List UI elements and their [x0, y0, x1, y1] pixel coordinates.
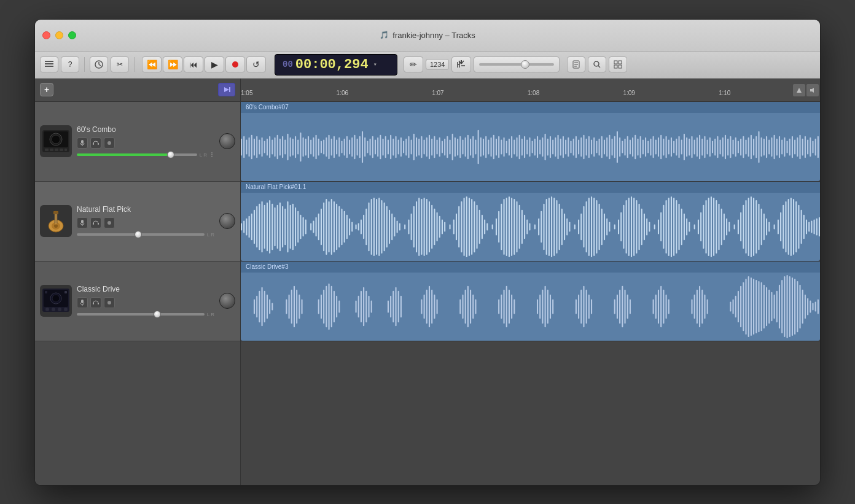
master-volume-slider[interactable]: [474, 56, 560, 72]
track-row-1[interactable]: 60's Combo: [35, 102, 240, 182]
track-2-headphone-btn[interactable]: [90, 217, 101, 228]
track-1-slider[interactable]: [77, 153, 197, 156]
track-1-headphone-btn[interactable]: [90, 138, 101, 149]
audio-clip-3[interactable]: Classic Drive#3: [241, 262, 820, 341]
svg-rect-263: [727, 138, 728, 155]
svg-rect-200: [565, 139, 566, 154]
audio-clip-1[interactable]: 60's Combo#07: [241, 102, 820, 181]
svg-rect-613: [761, 282, 762, 330]
svg-rect-162: [467, 134, 469, 159]
svg-rect-464: [700, 212, 701, 241]
close-button[interactable]: [42, 31, 50, 39]
waveform-1-svg: [241, 113, 820, 181]
svg-rect-210: [591, 139, 592, 154]
svg-rect-196: [555, 137, 556, 157]
track-2-mic-btn[interactable]: [77, 217, 88, 228]
browser-button[interactable]: [609, 56, 627, 72]
svg-rect-211: [593, 137, 595, 157]
track-3-headphone-btn[interactable]: [90, 297, 101, 308]
svg-rect-155: [449, 139, 450, 154]
library-button[interactable]: [40, 56, 58, 72]
time-display[interactable]: 00 00:00,294 ▾: [275, 54, 397, 76]
track-3-slider[interactable]: [77, 313, 205, 316]
svg-rect-455: [673, 197, 674, 255]
smart-tempo-button[interactable]: [90, 56, 108, 72]
record-button[interactable]: [225, 56, 245, 72]
svg-rect-501: [803, 214, 805, 239]
audio-clip-2[interactable]: Natural Flat Pick#01.1: [241, 182, 820, 261]
pencil-button[interactable]: ✏: [404, 56, 423, 72]
svg-rect-499: [798, 204, 799, 248]
svg-rect-503: [808, 222, 810, 231]
track-3-mic-btn[interactable]: [77, 297, 88, 308]
svg-rect-85: [269, 136, 270, 158]
fast-forward-button[interactable]: ⏩: [163, 56, 182, 72]
help-button[interactable]: ?: [61, 56, 79, 72]
track-1-mic-btn[interactable]: [77, 138, 88, 149]
svg-rect-379: [458, 206, 459, 247]
tuner-icon: [455, 59, 467, 70]
time-dropdown-arrow[interactable]: ▾: [373, 61, 377, 68]
track-row-3[interactable]: Classic Drive: [35, 262, 240, 341]
track-2-slider[interactable]: [77, 233, 205, 236]
svg-rect-505: [814, 219, 815, 234]
rewind-button[interactable]: ⏪: [142, 56, 162, 72]
svg-point-6: [232, 61, 238, 68]
track-2-record-btn[interactable]: [104, 217, 115, 228]
track-1-knob[interactable]: [219, 133, 235, 149]
track-1-record-btn[interactable]: [104, 138, 115, 149]
track-1-more-icon[interactable]: [209, 152, 214, 157]
cycle-button[interactable]: ↺: [246, 56, 266, 72]
svg-rect-115: [346, 136, 348, 158]
svg-rect-428: [596, 200, 597, 253]
svg-rect-113: [341, 141, 342, 153]
svg-rect-300: [243, 220, 244, 233]
ruler-mark-1:08: 1:08: [528, 90, 539, 96]
track-3-knob[interactable]: [219, 293, 235, 309]
scissors-button[interactable]: ✂: [111, 56, 129, 72]
svg-rect-238: [663, 138, 664, 155]
track-1-thumb[interactable]: [167, 151, 174, 158]
zoom-out-btn[interactable]: [793, 84, 805, 96]
note-pad-button[interactable]: [567, 56, 585, 72]
svg-rect-394: [501, 203, 502, 249]
add-track-button[interactable]: +: [40, 83, 53, 96]
minimize-button[interactable]: [55, 31, 63, 39]
svg-rect-330: [323, 202, 324, 250]
track-2-thumb[interactable]: [135, 231, 142, 238]
svg-rect-471: [718, 203, 719, 249]
track-3-record-btn[interactable]: [104, 297, 115, 308]
volume-icon-btn[interactable]: [806, 84, 819, 96]
svg-rect-572: [552, 299, 553, 314]
svg-rect-100: [308, 136, 309, 158]
svg-rect-543: [398, 290, 399, 322]
search-button[interactable]: [588, 56, 606, 72]
svg-rect-111: [336, 139, 337, 154]
svg-rect-216: [606, 137, 607, 157]
svg-rect-340: [349, 218, 350, 235]
track-3-thumb[interactable]: [154, 311, 161, 318]
maximize-button[interactable]: [68, 31, 76, 39]
svg-rect-533: [358, 295, 359, 317]
svg-marker-73: [812, 88, 814, 93]
smart-controls-button[interactable]: [218, 83, 235, 96]
track-2-knob[interactable]: [219, 213, 235, 229]
skip-back-button[interactable]: ⏮: [184, 56, 203, 72]
svg-rect-242: [673, 141, 674, 153]
svg-rect-194: [550, 136, 551, 158]
waveform-2-svg: [241, 193, 820, 261]
svg-rect-98: [303, 137, 304, 157]
svg-rect-231: [645, 137, 646, 157]
svg-rect-31: [50, 149, 53, 151]
svg-rect-121: [362, 131, 363, 163]
tuner-button[interactable]: [451, 56, 471, 72]
svg-rect-427: [593, 197, 595, 255]
svg-rect-198: [560, 138, 561, 155]
svg-rect-411: [549, 197, 550, 255]
svg-rect-125: [372, 136, 373, 158]
svg-rect-297: [815, 138, 816, 155]
slider-thumb[interactable]: [521, 60, 529, 69]
track-row-2[interactable]: Natural Flat Pick: [35, 182, 240, 262]
svg-rect-592: [666, 294, 667, 319]
play-button[interactable]: ▶: [205, 56, 224, 72]
